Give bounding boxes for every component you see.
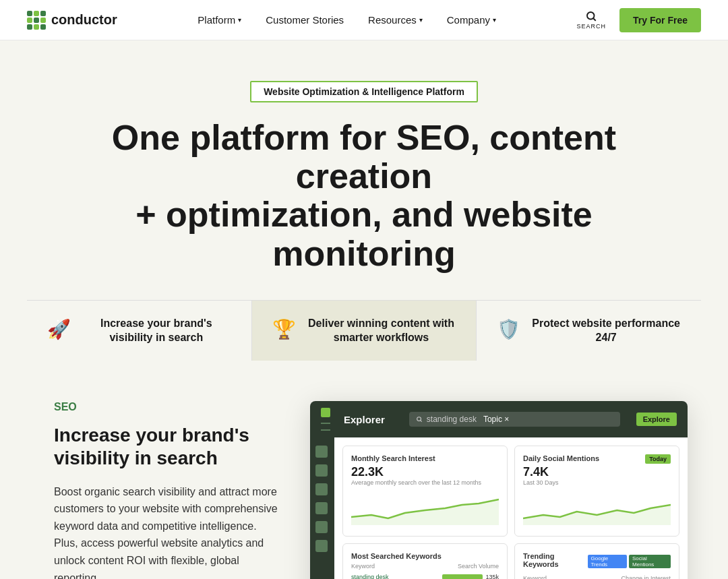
content-tag: SEO [54,401,283,413]
sidebar-chart-icon[interactable] [315,464,328,477]
rocket-icon: 🚀 [47,318,71,340]
daily-mentions-title: Daily Social Mentions [523,454,599,462]
nav-right: SEARCH Try For Free [577,8,701,32]
nav-customer-stories[interactable]: Customer Stories [266,14,344,26]
most-searched-title: Most Searched Keywords [351,552,499,560]
search-icon [585,10,597,22]
trending-keywords-card: Trending Keywords Google Trends Social M… [514,543,679,579]
dashboard-preview: Explorer standing desk Topic × Explore [310,401,688,579]
svg-line-1 [594,18,596,20]
most-searched-header: Keyword Search Volume [351,563,499,570]
hero-title: One platform for SEO, content creation +… [101,119,627,273]
dash-sidebar-mini [321,408,330,431]
trending-title: Trending Keywords [523,552,588,568]
hero-badge: Website Optimization & Intelligence Plat… [250,81,478,102]
logo-grid-icon [27,11,46,30]
dash-main-grid: Monthly Search Interest 22.3K Average mo… [334,437,688,579]
logo[interactable]: conductor [27,11,117,30]
monthly-search-chart [351,491,499,525]
svg-point-2 [417,417,421,421]
monthly-search-sub: Average monthly search over the last 12 … [351,479,499,486]
dash-sidebar [310,437,334,579]
sidebar-nav-icon[interactable] [315,446,328,458]
content-title: Increase your brand's visibility in sear… [54,424,283,469]
trophy-icon: 🏆 [272,318,296,340]
monthly-search-title: Monthly Search Interest [351,454,499,462]
monthly-search-card: Monthly Search Interest 22.3K Average mo… [342,446,508,537]
try-for-free-button[interactable]: Try For Free [619,8,701,32]
feature-tabs: 🚀 Increase your brand's visibility in se… [27,300,701,361]
dash-logo-icon [321,408,330,417]
today-badge: Today [645,454,671,464]
dash-header: Explorer standing desk Topic × Explore [310,401,688,437]
hero-section: Website Optimization & Intelligence Plat… [0,40,728,361]
svg-line-3 [421,421,422,422]
search-button[interactable]: SEARCH [577,10,607,30]
monthly-search-value: 22.3K [351,465,499,479]
navigation: conductor Platform ▾ Customer Stories Re… [0,0,728,40]
daily-mentions-sub: Last 30 Days [523,479,599,486]
chevron-down-icon: ▾ [419,16,423,24]
tab-protect[interactable]: 🛡️ Protect website performance 24/7 [477,301,701,361]
logo-text: conductor [51,12,117,28]
nav-resources[interactable]: Resources ▾ [368,14,423,26]
explore-button[interactable]: Explore [636,413,677,426]
daily-mentions-card: Daily Social Mentions 7.4K Last 30 Days … [514,446,679,537]
dash-body: Monthly Search Interest 22.3K Average mo… [310,437,688,579]
chevron-down-icon: ▾ [493,16,496,24]
most-searched-card: Most Searched Keywords Keyword Search Vo… [342,543,508,579]
nav-platform[interactable]: Platform ▾ [198,14,241,26]
content-left: SEO Increase your brand's visibility in … [54,401,283,579]
tab-search[interactable]: 🚀 Increase your brand's visibility in se… [27,301,252,361]
nav-links: Platform ▾ Customer Stories Resources ▾ … [198,14,496,26]
daily-mentions-value: 7.4K [523,465,599,479]
sidebar-grid-icon[interactable] [315,502,328,514]
google-trends-tag: Google Trends [588,555,627,568]
content-section: SEO Increase your brand's visibility in … [0,361,728,579]
svg-point-0 [587,12,595,20]
trending-header: Keyword Change in Interest [523,575,671,579]
table-row: standing desk 135k [351,572,499,579]
search-tag-icon: Topic × [483,415,509,424]
dash-title: Explorer [344,414,385,425]
chevron-down-icon: ▾ [238,16,241,24]
shield-icon: 🛡️ [497,318,520,340]
tab-content[interactable]: 🏆 Deliver winning content with smarter w… [252,301,477,361]
sidebar-tag-icon[interactable] [315,540,328,552]
nav-company[interactable]: Company ▾ [447,14,496,26]
sidebar-user-icon[interactable] [315,483,328,495]
daily-mentions-chart [523,491,671,525]
dash-menu-icon [321,429,330,431]
sidebar-star-icon[interactable] [315,521,328,533]
search-icon [416,416,423,423]
social-mentions-tag: Social Mentions [629,555,671,568]
dash-search-bar: standing desk Topic × [409,412,620,427]
content-body: Boost organic search visibility and attr… [54,483,283,579]
dash-menu-icon [321,423,330,424]
